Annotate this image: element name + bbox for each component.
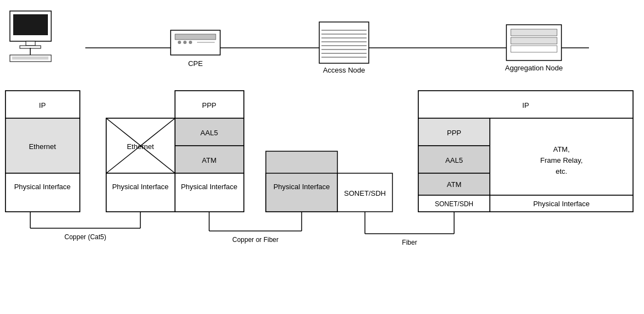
network-diagram: CPE Access Node Aggrega bbox=[0, 0, 644, 314]
stack4-frame-relay: Frame Relay, bbox=[540, 156, 582, 164]
fiber-label: Fiber bbox=[402, 239, 417, 246]
stack4-ppp: PPP bbox=[447, 129, 461, 137]
svg-point-13 bbox=[189, 41, 192, 44]
stack4-phys: Physical Interface bbox=[533, 200, 590, 208]
svg-rect-31 bbox=[6, 173, 80, 212]
stack3-sonet: SONET/SDH bbox=[344, 189, 386, 197]
stack4-atm-fr: ATM, bbox=[553, 145, 570, 153]
aggregation-node-icon: Aggregation Node bbox=[505, 25, 563, 72]
svg-rect-39 bbox=[175, 173, 244, 212]
svg-rect-10 bbox=[175, 34, 216, 40]
aggregation-node-label: Aggregation Node bbox=[505, 64, 563, 72]
stack2-left-ethernet: Ethernet bbox=[127, 142, 154, 151]
access-node-icon: Access Node bbox=[319, 22, 369, 74]
stack2-right-ppp: PPP bbox=[202, 101, 216, 109]
svg-rect-43 bbox=[266, 173, 337, 212]
stack4-sonet: SONET/SDH bbox=[435, 200, 473, 208]
svg-rect-3 bbox=[26, 41, 35, 46]
svg-rect-26 bbox=[511, 37, 557, 44]
access-node-label: Access Node bbox=[323, 66, 365, 74]
stack4-aal5: AAL5 bbox=[445, 156, 463, 164]
diagram-svg: CPE Access Node Aggrega bbox=[0, 0, 644, 314]
stack1-phys: Physical Interface bbox=[14, 183, 71, 191]
svg-rect-27 bbox=[511, 46, 557, 52]
stack4-ip: IP bbox=[522, 101, 529, 109]
stack2-right-atm: ATM bbox=[202, 156, 216, 164]
svg-point-11 bbox=[178, 41, 181, 44]
copper-fiber-label: Copper or Fiber bbox=[232, 236, 279, 244]
cpe-icon: CPE bbox=[171, 30, 220, 68]
stack1-ethernet: Ethernet bbox=[29, 142, 56, 151]
stack4-atm: ATM bbox=[447, 180, 461, 189]
stack2-left-phys: Physical Interface bbox=[112, 183, 169, 191]
stack3-phys: Physical Interface bbox=[274, 183, 330, 191]
pc-icon bbox=[10, 11, 51, 62]
svg-rect-34 bbox=[106, 173, 175, 212]
stack1-ip: IP bbox=[39, 101, 46, 109]
copper-cat5-label: Copper (Cat5) bbox=[64, 233, 106, 241]
svg-point-12 bbox=[183, 41, 187, 44]
svg-rect-2 bbox=[13, 14, 48, 35]
svg-rect-25 bbox=[511, 29, 557, 36]
stack2-right-aal5: AAL5 bbox=[200, 129, 218, 137]
cpe-label: CPE bbox=[188, 59, 203, 68]
stack2-right-phys: Physical Interface bbox=[181, 183, 238, 191]
stack4-etc: etc. bbox=[556, 167, 567, 175]
svg-rect-5 bbox=[10, 55, 51, 62]
